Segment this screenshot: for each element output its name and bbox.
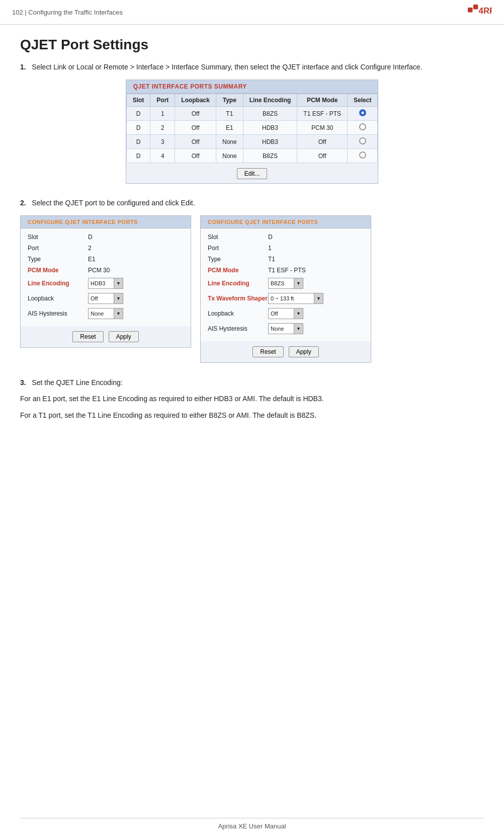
- config-select[interactable]: HDB3▼: [88, 278, 123, 289]
- config-label: Port: [28, 245, 88, 252]
- cell-slot: D: [126, 121, 150, 135]
- footer-text: Aprisa XE User Manual: [218, 822, 286, 830]
- col-loopback: Loopback: [175, 94, 216, 107]
- select-dropdown-arrow[interactable]: ▼: [294, 309, 303, 319]
- select-dropdown-arrow[interactable]: ▼: [314, 293, 323, 303]
- edit-button-row: Edit...: [126, 163, 378, 183]
- config-panel-right-title: CONFIGURE QJET INTERFACE PORTS: [201, 216, 371, 228]
- step-3-number: 3.: [20, 378, 26, 387]
- config-right-reset-button[interactable]: Reset: [253, 346, 283, 357]
- select-value: Off: [269, 311, 294, 317]
- cell-loopback: Off: [175, 135, 216, 149]
- summary-table: Slot Port Loopback Type Line Encoding PC…: [126, 94, 378, 163]
- config-panel-right: CONFIGURE QJET INTERFACE PORTS SlotDPort…: [200, 215, 371, 363]
- main-content: QJET Port Settings 1. Select Link or Loc…: [0, 25, 504, 455]
- summary-panel-title: QJET INTERFACE PORTS SUMMARY: [126, 80, 378, 94]
- config-select[interactable]: 0 ~ 133 ft▼: [268, 293, 323, 304]
- svg-rect-0: [468, 8, 473, 13]
- select-value: Off: [89, 295, 114, 301]
- footer: Aprisa XE User Manual: [20, 818, 484, 830]
- cell-line_encoding: B8ZS: [243, 149, 297, 163]
- breadcrumb: 102 | Configuring the Traffic Interfaces: [12, 9, 123, 16]
- col-line-encoding: Line Encoding: [243, 94, 297, 107]
- config-label: Type: [28, 256, 88, 263]
- config-row-loopback: LoopbackOff▼: [28, 293, 184, 304]
- config-select[interactable]: Off▼: [268, 308, 303, 319]
- cell-pcm_mode: Off: [297, 135, 348, 149]
- config-value: E1: [88, 256, 128, 263]
- col-slot: Slot: [126, 94, 150, 107]
- config-value: PCM 30: [88, 267, 128, 274]
- radio-selected-icon[interactable]: [359, 109, 366, 116]
- select-dropdown-arrow[interactable]: ▼: [114, 293, 123, 303]
- config-label: PCM Mode: [28, 267, 88, 274]
- config-label: Tx Waveform Shaper: [208, 295, 268, 302]
- select-value: None: [269, 326, 294, 332]
- page-title: QJET Port Settings: [20, 37, 484, 53]
- radio-empty-icon[interactable]: [359, 137, 366, 144]
- cell-port: 1: [150, 107, 175, 121]
- config-label: Type: [208, 256, 268, 263]
- config-select[interactable]: B8ZS▼: [268, 278, 303, 289]
- config-select[interactable]: Off▼: [88, 293, 123, 304]
- cell-loopback: Off: [175, 149, 216, 163]
- config-label: Slot: [208, 234, 268, 241]
- cell-select[interactable]: [348, 107, 378, 121]
- config-right-apply-button[interactable]: Apply: [289, 346, 319, 357]
- config-select[interactable]: None▼: [268, 323, 303, 334]
- col-port: Port: [150, 94, 175, 107]
- 4rf-logo-icon: 4RF: [468, 4, 492, 20]
- config-row-pcm-mode: PCM ModeT1 ESF - PTS: [208, 267, 364, 274]
- cell-type: E1: [216, 121, 243, 135]
- summary-panel: QJET INTERFACE PORTS SUMMARY Slot Port L…: [126, 80, 379, 184]
- config-label: AIS Hysteresis: [208, 325, 268, 332]
- config-label: PCM Mode: [208, 267, 268, 274]
- select-value: 0 ~ 133 ft: [269, 295, 314, 301]
- config-row-pcm-mode: PCM ModePCM 30: [28, 267, 184, 274]
- cell-line_encoding: HDB3: [243, 135, 297, 149]
- table-row: D4OffNoneB8ZSOff: [126, 149, 378, 163]
- step-3-content: Set the QJET Line Encoding:: [32, 378, 122, 387]
- edit-button[interactable]: Edit...: [237, 168, 268, 179]
- config-value: T1: [268, 256, 308, 263]
- config-fields-right: SlotDPort1TypeT1PCM ModeT1 ESF - PTSLine…: [201, 228, 371, 341]
- cell-select[interactable]: [348, 149, 378, 163]
- step-2: 2. Select the QJET port to be configured…: [20, 198, 484, 363]
- step-3-text: 3. Set the QJET Line Encoding:: [20, 377, 484, 388]
- select-dropdown-arrow[interactable]: ▼: [114, 309, 123, 319]
- select-dropdown-arrow[interactable]: ▼: [114, 278, 123, 288]
- radio-empty-icon[interactable]: [359, 151, 366, 159]
- config-label: Port: [208, 245, 268, 252]
- svg-text:4RF: 4RF: [479, 6, 492, 16]
- cell-slot: D: [126, 107, 150, 121]
- logo: 4RF: [468, 4, 492, 20]
- config-select[interactable]: None▼: [88, 308, 123, 319]
- config-panel-left: CONFIGURE QJET INTERFACE PORTS SlotDPort…: [20, 215, 191, 348]
- step-3: 3. Set the QJET Line Encoding: For an E1…: [20, 377, 484, 421]
- config-left-apply-button[interactable]: Apply: [109, 331, 139, 342]
- cell-select[interactable]: [348, 135, 378, 149]
- radio-empty-icon[interactable]: [359, 123, 366, 130]
- config-row-tx-waveform-shaper: Tx Waveform Shaper0 ~ 133 ft▼: [208, 293, 364, 304]
- config-row-slot: SlotD: [208, 234, 364, 241]
- config-row-type: TypeT1: [208, 256, 364, 263]
- cell-slot: D: [126, 149, 150, 163]
- config-label: Loopback: [28, 295, 88, 302]
- step-2-number: 2.: [20, 199, 26, 207]
- cell-pcm_mode: Off: [297, 149, 348, 163]
- config-left-reset-button[interactable]: Reset: [72, 331, 103, 342]
- cell-port: 4: [150, 149, 175, 163]
- config-value: D: [88, 234, 128, 241]
- cell-loopback: Off: [175, 121, 216, 135]
- step-2-content: Select the QJET port to be configured an…: [32, 199, 195, 207]
- select-dropdown-arrow[interactable]: ▼: [294, 278, 303, 288]
- config-row-ais-hysteresis: AIS HysteresisNone▼: [208, 323, 364, 334]
- select-dropdown-arrow[interactable]: ▼: [294, 324, 303, 334]
- config-value: T1 ESF - PTS: [268, 267, 308, 274]
- step-1-content: Select Link or Local or Remote > Interfa…: [32, 63, 422, 71]
- col-select: Select: [348, 94, 378, 107]
- cell-select[interactable]: [348, 121, 378, 135]
- config-row-type: TypeE1: [28, 256, 184, 263]
- config-label: AIS Hysteresis: [28, 310, 88, 317]
- select-value: None: [89, 311, 114, 317]
